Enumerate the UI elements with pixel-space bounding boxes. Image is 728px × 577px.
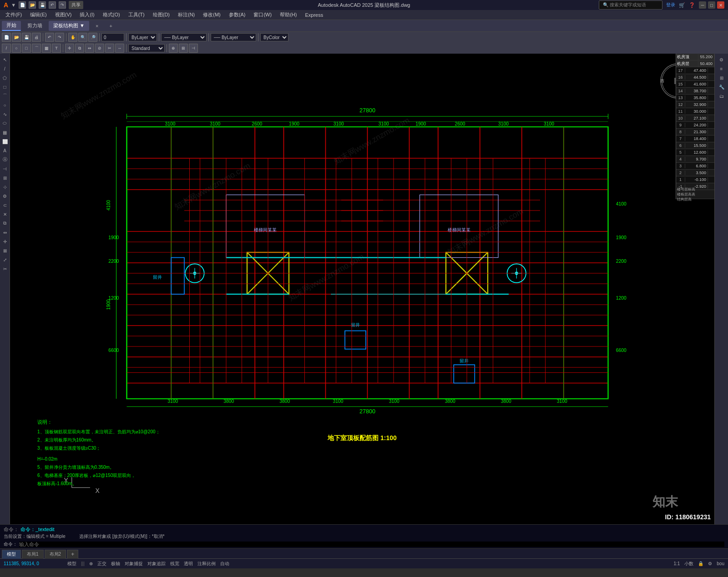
tab-close-current[interactable]: ×: [91, 21, 103, 31]
rp-designcenter[interactable]: 🗂: [718, 92, 726, 100]
command-input[interactable]: [19, 542, 724, 547]
tb-new[interactable]: 📄: [2, 33, 11, 42]
canvas-area[interactable]: 知末网www.znzmo.com 知末网www.znzmo.com 知末网www…: [10, 54, 714, 524]
tb-snap[interactable]: ⊕: [169, 44, 178, 53]
lt-rect[interactable]: □: [1, 83, 9, 91]
menu-insert[interactable]: 插入(I): [76, 10, 98, 19]
lt-mtext[interactable]: Ⓐ: [1, 156, 9, 164]
rp-blocks[interactable]: ⊞: [718, 74, 726, 82]
tb-copy[interactable]: ⧉: [75, 44, 84, 53]
lt-spline[interactable]: ∿: [1, 110, 9, 118]
lt-hatch[interactable]: ▦: [1, 128, 9, 136]
tb-undo[interactable]: ↶: [45, 33, 54, 42]
redo-btn[interactable]: ↷: [59, 1, 66, 9]
lt-circle[interactable]: ○: [1, 101, 9, 109]
tab-model[interactable]: 模型: [2, 550, 21, 559]
tb-rect[interactable]: □: [22, 44, 31, 53]
status-lw[interactable]: 线宽: [170, 561, 179, 567]
undo-btn[interactable]: ↶: [49, 1, 56, 9]
status-model[interactable]: 模型: [67, 561, 76, 567]
cart-icon[interactable]: 🛒: [679, 2, 685, 8]
tb-trim[interactable]: ✂: [105, 44, 114, 53]
tab-beam-slab[interactable]: 梁板结构图 ▼: [49, 21, 89, 31]
menu-params[interactable]: 参数(A): [225, 10, 249, 19]
status-aa[interactable]: 自动: [220, 561, 229, 567]
tb-line[interactable]: /: [2, 44, 11, 53]
tb-print[interactable]: 🖨: [32, 33, 41, 42]
lt-properties[interactable]: ⚙: [1, 192, 9, 200]
share-btn[interactable]: 共享: [69, 1, 83, 9]
lt-copy2[interactable]: ⧉: [1, 219, 9, 227]
lt-ellipse[interactable]: ⬭: [1, 119, 9, 127]
status-ortho[interactable]: 正交: [97, 561, 106, 567]
lineweight-select[interactable]: ── ByLayer: [211, 33, 256, 41]
tb-open[interactable]: 📂: [12, 33, 21, 42]
status-zoom[interactable]: 1:1: [673, 561, 680, 566]
lt-poly[interactable]: ⬠: [1, 74, 9, 82]
tab-layout1[interactable]: 布局1: [22, 550, 44, 559]
save-btn[interactable]: 💾: [39, 1, 46, 9]
menu-toggle[interactable]: ▼: [11, 2, 16, 8]
status-decimal[interactable]: 小数: [684, 561, 693, 567]
menu-modify[interactable]: 修改(M): [199, 10, 224, 19]
layer-input[interactable]: [101, 33, 124, 41]
open-btn[interactable]: 📂: [29, 1, 36, 9]
lt-dim[interactable]: ⊣: [1, 165, 9, 173]
menu-annotate[interactable]: 标注(N): [174, 10, 198, 19]
menu-draw[interactable]: 绘图(D): [149, 10, 173, 19]
lt-block[interactable]: ⊞: [1, 174, 9, 182]
tb-ortho[interactable]: ⊣: [189, 44, 198, 53]
linetype-select[interactable]: ── ByLayer: [161, 33, 207, 41]
tb-redo[interactable]: ↷: [55, 33, 64, 42]
tb-zoom-in[interactable]: 🔍: [78, 33, 87, 42]
menu-file[interactable]: 文件(F): [2, 10, 25, 19]
menu-format[interactable]: 格式(O): [99, 10, 124, 19]
status-tp[interactable]: 透明: [184, 561, 193, 567]
search-box[interactable]: 🔍 搜索关键字或短语: [599, 0, 662, 10]
maximize-btn[interactable]: □: [708, 1, 715, 9]
rp-layers[interactable]: ≡: [718, 65, 726, 73]
lt-insert[interactable]: ⊹: [1, 183, 9, 191]
status-settings-icon[interactable]: ⚙: [708, 561, 712, 566]
status-annoscale[interactable]: 注释比例: [197, 561, 216, 567]
lt-text[interactable]: A: [1, 146, 9, 155]
status-lock-icon[interactable]: 🔒: [698, 561, 703, 566]
menu-tools[interactable]: 工具(T): [125, 10, 148, 19]
tb-extend[interactable]: ↔: [115, 44, 124, 53]
minimize-btn[interactable]: ─: [699, 1, 706, 9]
tb-zoom-out[interactable]: 🔎: [88, 33, 97, 42]
tb-move[interactable]: ✛: [65, 44, 74, 53]
tb-grid[interactable]: ⊞: [179, 44, 188, 53]
lt-arc[interactable]: ⌒: [1, 92, 9, 100]
menu-window[interactable]: 窗口(W): [250, 10, 275, 19]
lt-move2[interactable]: ✛: [1, 237, 9, 246]
status-polar[interactable]: 极轴: [111, 561, 120, 567]
lt-scale[interactable]: ⊠: [1, 246, 9, 255]
menu-edit[interactable]: 编辑(E): [26, 10, 51, 19]
tab-add-layout[interactable]: +: [67, 550, 78, 559]
tb-pan[interactable]: ✋: [68, 33, 77, 42]
lt-matchprop[interactable]: ⊂: [1, 201, 9, 209]
new-btn[interactable]: 📄: [19, 1, 26, 9]
lt-trim2[interactable]: ✂: [1, 265, 9, 273]
lt-select[interactable]: ↖: [1, 55, 9, 64]
lt-line[interactable]: /: [1, 65, 9, 73]
user-login[interactable]: 登录: [666, 2, 675, 8]
tb-offset[interactable]: ⊘: [95, 44, 104, 53]
tab-add[interactable]: +: [105, 21, 116, 31]
lt-erase[interactable]: ✕: [1, 210, 9, 218]
color-select[interactable]: ByLayerByColor: [128, 33, 157, 41]
tab-home[interactable]: 开始: [2, 21, 21, 31]
status-otrack[interactable]: 对象追踪: [147, 561, 166, 567]
style-select[interactable]: Standard: [128, 44, 165, 52]
tab-shear-wall[interactable]: 剪力墙: [23, 21, 47, 31]
lt-stretch[interactable]: ⤢: [1, 256, 9, 264]
rp-toolpalettes[interactable]: 🔧: [718, 83, 726, 91]
linecolor-select[interactable]: ByColor: [260, 33, 288, 41]
menu-express[interactable]: Express: [301, 11, 327, 19]
tb-circle[interactable]: ○: [12, 44, 21, 53]
rp-properties[interactable]: ⚙: [718, 55, 726, 64]
tab-layout2[interactable]: 布局2: [45, 550, 66, 559]
help-icon[interactable]: ❓: [689, 2, 695, 8]
status-osnap[interactable]: 对象捕捉: [125, 561, 143, 567]
